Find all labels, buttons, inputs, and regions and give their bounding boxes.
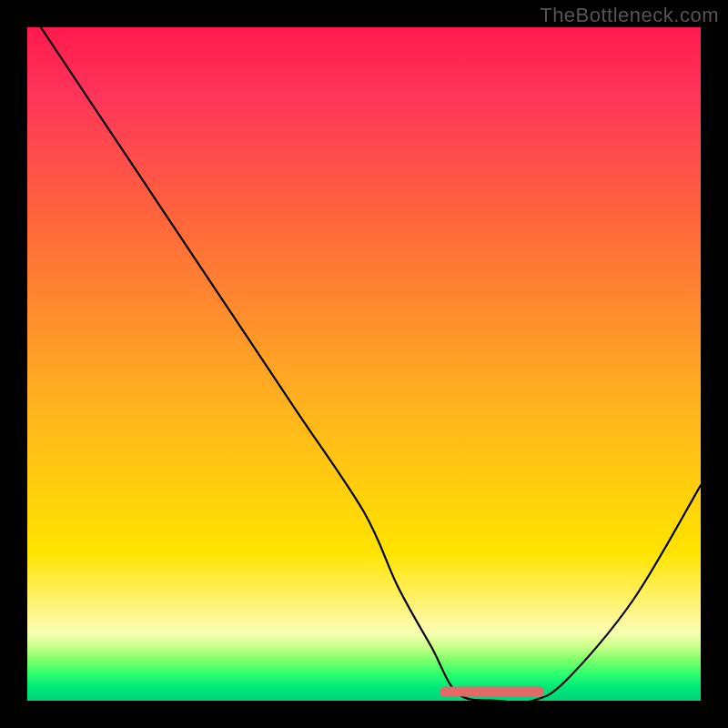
bottleneck-curve: [41, 27, 701, 701]
curve-layer: [27, 27, 701, 701]
plot-area: [27, 27, 701, 701]
chart-frame: TheBottleneck.com: [0, 0, 728, 728]
watermark-text: TheBottleneck.com: [540, 4, 719, 27]
